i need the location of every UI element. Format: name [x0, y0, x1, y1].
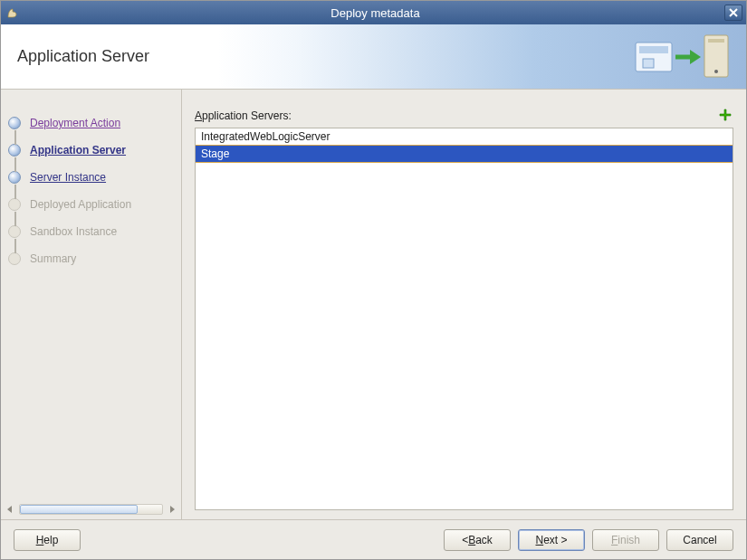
next-button[interactable]: Next >: [518, 529, 585, 551]
app-icon: [5, 5, 21, 21]
sidebar-horizontal-scrollbar[interactable]: [1, 503, 181, 519]
wizard-footer: Help < Back Next > Finish Cancel: [1, 519, 746, 559]
window-close-button[interactable]: [724, 5, 742, 21]
wizard-steps-sidebar: Deployment Action Application Server Ser…: [1, 90, 182, 519]
back-button[interactable]: < Back: [444, 529, 511, 551]
step-label: Deployed Application: [30, 198, 131, 211]
application-servers-list[interactable]: IntegratedWebLogicServer Stage: [195, 128, 733, 510]
add-server-button[interactable]: [717, 108, 733, 124]
page-title: Application Server: [1, 47, 149, 66]
step-node-icon: [8, 198, 21, 211]
svg-point-5: [714, 70, 718, 73]
step-label: Deployment Action: [30, 117, 120, 129]
step-summary: Summary: [8, 245, 181, 272]
server-list-item[interactable]: IntegratedWebLogicServer: [196, 128, 733, 145]
list-header-row: Application Servers:: [195, 108, 733, 124]
finish-button: Finish: [592, 529, 659, 551]
step-sandbox-instance: Sandbox Instance: [8, 218, 181, 245]
svg-rect-1: [639, 46, 668, 53]
step-label: Application Server: [30, 144, 126, 157]
svg-rect-4: [708, 39, 724, 43]
step-application-server[interactable]: Application Server: [8, 137, 181, 164]
close-icon: [729, 8, 738, 17]
scrollbar-track[interactable]: [19, 504, 163, 515]
wizard-header: Application Server: [1, 24, 746, 90]
help-button[interactable]: Help: [14, 529, 81, 551]
header-graphic: [634, 32, 733, 82]
main-pane: Application Servers: IntegratedWebLogicS…: [182, 90, 746, 519]
step-deployment-action[interactable]: Deployment Action: [8, 109, 181, 137]
step-node-icon: [8, 171, 21, 184]
scroll-left-icon[interactable]: [5, 504, 15, 515]
step-server-instance[interactable]: Server Instance: [8, 164, 181, 191]
window-title: Deploy metadata: [26, 6, 724, 20]
wizard-window: Deploy metadata Application Server: [0, 0, 747, 560]
cancel-button[interactable]: Cancel: [666, 529, 733, 551]
titlebar: Deploy metadata: [1, 1, 746, 24]
application-servers-label: Application Servers:: [195, 109, 292, 122]
step-node-icon: [8, 225, 21, 238]
svg-rect-2: [643, 59, 654, 68]
plus-icon: [718, 109, 733, 123]
scroll-right-icon[interactable]: [167, 504, 177, 515]
step-node-icon: [8, 252, 21, 265]
scrollbar-thumb[interactable]: [20, 505, 138, 514]
step-node-icon: [8, 144, 21, 157]
step-label: Summary: [30, 252, 76, 265]
wizard-body: Deployment Action Application Server Ser…: [1, 90, 746, 519]
step-label: Server Instance: [30, 171, 106, 184]
step-label: Sandbox Instance: [30, 225, 117, 238]
step-deployed-application: Deployed Application: [8, 191, 181, 218]
server-list-item[interactable]: Stage: [196, 145, 733, 163]
step-node-icon: [8, 117, 21, 129]
wizard-steps-list: Deployment Action Application Server Ser…: [1, 109, 181, 496]
